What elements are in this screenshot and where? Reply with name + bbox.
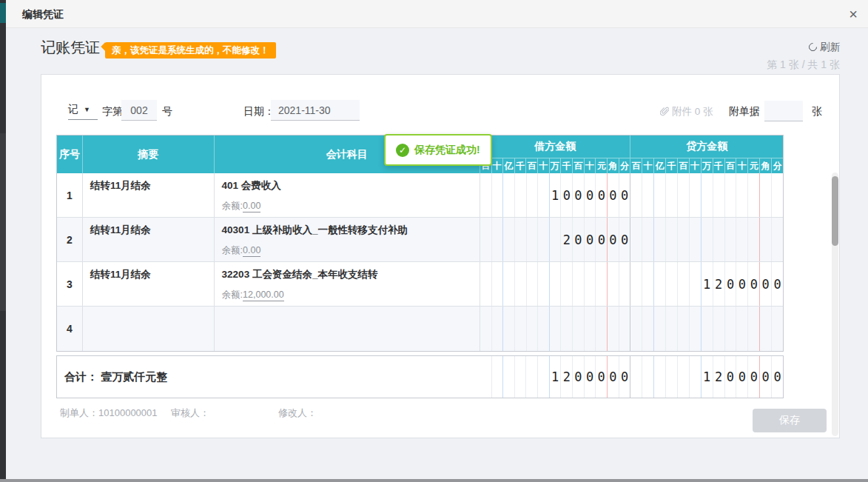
digit-column-label: 十: [492, 158, 504, 173]
digit-column-label: 元: [748, 158, 760, 173]
balance-link[interactable]: 0.00: [243, 201, 260, 212]
amount-digit-cell: [492, 173, 504, 217]
amount-digit-cell: 0: [585, 356, 596, 398]
amount-digit-cell: [702, 218, 713, 261]
amount-digit-cell: [713, 173, 725, 217]
amount-digit-cell: 2: [561, 218, 573, 261]
date-input[interactable]: [271, 100, 360, 121]
table-row: 4: [57, 307, 783, 351]
row-credit-amount: [630, 218, 783, 261]
amount-digit-cell: [736, 173, 748, 217]
scrollbar-thumb[interactable]: [832, 176, 838, 246]
amount-digit-cell: [492, 356, 504, 398]
creator-meta: 制单人：10100000001: [60, 406, 158, 420]
amount-digit-cell: [690, 262, 702, 306]
amount-digit-cell: [480, 307, 492, 351]
account-name: 401 会费收入: [222, 179, 472, 193]
amount-digit-cell: 2: [713, 262, 725, 306]
amount-digit-cell: [666, 173, 678, 217]
amount-digit-cell: [748, 218, 760, 261]
amount-digit-cell: 0: [596, 173, 608, 217]
voucher-number-input[interactable]: [121, 100, 157, 121]
digit-column-label: 十: [736, 158, 748, 173]
attachment-button[interactable]: 附件 0 张: [660, 105, 713, 118]
number-suffix-label: 号: [162, 105, 172, 118]
amount-digit-cell: [585, 262, 596, 306]
auditor-meta: 审核人：: [171, 406, 209, 420]
scrollbar-track[interactable]: [832, 173, 838, 436]
amount-digit-cell: [515, 356, 527, 398]
digit-column-label: 分: [619, 158, 630, 173]
account-name: 40301 上级补助收入_一般性转移支付补助: [222, 224, 472, 237]
voucher-word-select[interactable]: 记▼: [68, 103, 98, 120]
amount-digit-cell: 0: [725, 262, 737, 306]
amount-digit-cell: [630, 218, 642, 261]
amount-digit-cell: [503, 173, 515, 217]
total-label: 合计： 壹万贰仟元整: [57, 356, 480, 398]
amount-digit-cell: 2: [713, 356, 725, 398]
total-credit: 1200000: [630, 356, 783, 398]
row-credit-amount: 1200000: [630, 262, 783, 306]
amount-digit-cell: [480, 218, 492, 261]
page-title: 记账凭证: [41, 38, 100, 58]
amount-digit-cell: [736, 218, 748, 261]
amount-digit-cell: [760, 173, 772, 217]
digit-column-label: 十: [585, 158, 596, 173]
amount-digit-cell: [480, 356, 492, 398]
row-credit-amount: [630, 173, 783, 217]
amount-digit-cell: [492, 307, 504, 351]
success-check-icon: ✓: [396, 144, 409, 157]
amount-digit-cell: [527, 262, 539, 306]
amount-digit-cell: [480, 173, 492, 217]
total-debit: 1200000: [480, 356, 631, 398]
amount-digit-cell: [654, 262, 666, 306]
balance-link[interactable]: 0.00: [243, 245, 260, 257]
row-index: 3: [57, 262, 83, 306]
modal-title: 编辑凭证: [22, 8, 64, 21]
amount-digit-cell: 0: [608, 218, 619, 261]
debit-digit-columns: 百十亿千百十万千百十元角分: [480, 158, 630, 173]
amount-digit-cell: [480, 262, 492, 306]
row-account: 401 会费收入 余额:0.00: [215, 173, 480, 217]
amount-digit-cell: 0: [760, 262, 772, 306]
background-header-strip: [0, 3, 6, 23]
amount-digit-cell: 0: [608, 173, 619, 217]
refresh-button[interactable]: 刷新: [809, 41, 840, 54]
amount-digit-cell: [666, 262, 678, 306]
amount-digit-cell: [690, 173, 702, 217]
table-row: 1 结转11月结余 401 会费收入 余额:0.00 1000000: [57, 173, 783, 218]
screen: 编辑凭证 × 记账凭证 亲，该凭证是系统生成的，不能修改！ 刷新 第 1 张 /…: [0, 0, 868, 482]
amount-digit-cell: [585, 307, 596, 351]
digit-column-label: 十: [690, 158, 702, 173]
amount-digit-cell: [630, 307, 642, 351]
amount-digit-cell: 0: [561, 173, 573, 217]
amount-digit-cell: [515, 262, 527, 306]
amount-digit-cell: 0: [736, 356, 748, 398]
amount-digit-cell: 0: [619, 218, 631, 261]
balance-link[interactable]: 12,000.00: [243, 289, 284, 301]
amount-digit-cell: [573, 262, 585, 306]
row-summary: 结转11月结余: [83, 262, 215, 306]
amount-digit-cell: [642, 218, 654, 261]
amount-digit-cell: [503, 262, 515, 306]
amount-digit-cell: [725, 173, 737, 217]
receipts-label: 附单据: [729, 105, 760, 118]
toast-message: 保存凭证成功!: [414, 144, 480, 157]
amount-digit-cell: 2: [561, 356, 573, 398]
digit-column-label: 千: [666, 158, 678, 173]
amount-digit-cell: [630, 262, 642, 306]
save-button[interactable]: 保存: [753, 409, 827, 432]
amount-digit-cell: [713, 218, 725, 261]
amount-digit-cell: [550, 218, 562, 261]
amount-digit-cell: 0: [585, 173, 596, 217]
row-index: 1: [57, 173, 83, 217]
digit-column-label: 百: [630, 158, 642, 173]
amount-digit-cell: 0: [772, 262, 783, 306]
amount-digit-cell: [492, 262, 504, 306]
receipts-input[interactable]: [764, 101, 803, 121]
amount-digit-cell: [619, 262, 631, 306]
close-icon[interactable]: ×: [849, 5, 858, 23]
amount-digit-cell: [654, 356, 666, 398]
digit-column-label: 百: [526, 158, 538, 173]
modifier-meta: 修改人：: [278, 406, 317, 420]
